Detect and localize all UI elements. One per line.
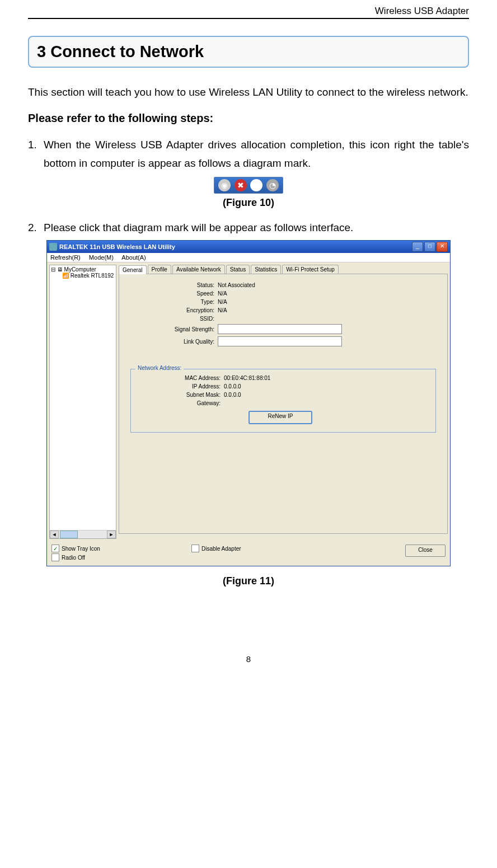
titlebar[interactable]: REALTEK 11n USB Wireless LAN Utility _ □… xyxy=(47,241,450,253)
gateway-label: Gateway: xyxy=(137,400,224,406)
ip-label: IP Address: xyxy=(137,383,224,390)
figure-10-caption: (Figure 10) xyxy=(28,197,469,209)
tree-adapter[interactable]: 📶 Realtek RTL8192 xyxy=(51,273,115,279)
status-value: Not Associated xyxy=(218,282,255,288)
tab-general[interactable]: General xyxy=(119,265,147,274)
speed-label: Speed: xyxy=(130,290,218,297)
section-title-box: 3 Connect to Network xyxy=(28,36,469,68)
close-window-button[interactable]: ✕ xyxy=(437,242,448,252)
encryption-label: Encryption: xyxy=(130,307,218,313)
tree-scrollbar[interactable]: ◄ ► xyxy=(50,530,116,538)
show-tray-label: Show Tray Icon xyxy=(62,546,100,552)
close-button[interactable]: Close xyxy=(405,545,446,557)
status-label: Status: xyxy=(130,282,218,288)
scroll-right-icon[interactable]: ► xyxy=(107,531,116,538)
network-address-legend: Network Address: xyxy=(135,365,184,371)
minimize-button[interactable]: _ xyxy=(412,242,423,252)
disable-adapter-label: Disable Adapter xyxy=(201,546,241,552)
window-title: REALTEK 11n USB Wireless LAN Utility xyxy=(59,243,411,250)
menu-refresh[interactable]: Refresh(R) xyxy=(50,254,81,261)
network-address-group: Network Address: MAC Address:00:E0:4C:81… xyxy=(130,369,436,433)
speed-value: N/A xyxy=(218,290,227,297)
renew-ip-button[interactable]: ReNew IP xyxy=(248,411,312,424)
menubar: Refresh(R) Mode(M) About(A) xyxy=(47,253,450,262)
figure-11-caption: (Figure 11) xyxy=(28,575,469,587)
tab-statistics[interactable]: Statistics xyxy=(251,265,281,274)
app-icon xyxy=(49,243,57,251)
utility-window: REALTEK 11n USB Wireless LAN Utility _ □… xyxy=(46,240,451,566)
signal-strength-bar xyxy=(218,324,342,334)
tray-icons-figure: ◉ ✖ ▮ ◔ xyxy=(214,177,283,194)
tab-available-network[interactable]: Available Network xyxy=(172,265,225,274)
mac-label: MAC Address: xyxy=(137,375,224,381)
bottom-bar: ✓Show Tray Icon Radio Off Disable Adapte… xyxy=(47,541,450,566)
steps-heading: Please refer to the following steps: xyxy=(28,112,469,125)
intro-paragraph: This section will teach you how to use W… xyxy=(28,83,469,101)
tab-profile[interactable]: Profile xyxy=(148,265,171,274)
signal-strength-label: Signal Strength: xyxy=(130,326,218,332)
device-tree[interactable]: ⊟ 🖥 MyComputer 📶 Realtek RTL8192 ◄ ► xyxy=(49,265,116,539)
ssid-label: SSID: xyxy=(130,316,218,322)
tab-wps[interactable]: Wi-Fi Protect Setup xyxy=(282,265,339,274)
mac-value: 00:E0:4C:81:88:01 xyxy=(224,375,270,381)
type-label: Type: xyxy=(130,299,218,305)
section-title: 3 Connect to Network xyxy=(37,43,460,61)
signal-bars-icon: ▮ xyxy=(250,179,262,191)
shield-x-icon: ✖ xyxy=(235,179,247,191)
tab-status[interactable]: Status xyxy=(226,265,250,274)
tab-content-general: Status:Not Associated Speed:N/A Type:N/A… xyxy=(119,274,448,534)
link-quality-bar xyxy=(218,336,342,346)
type-value: N/A xyxy=(218,299,227,305)
menu-about[interactable]: About(A) xyxy=(121,254,146,261)
tabstrip: General Profile Available Network Status… xyxy=(119,265,448,274)
link-quality-label: Link Quality: xyxy=(130,339,218,345)
radio-off-checkbox[interactable] xyxy=(51,553,59,561)
menu-mode[interactable]: Mode(M) xyxy=(89,254,114,261)
maximize-button[interactable]: □ xyxy=(424,242,435,252)
encryption-value: N/A xyxy=(218,307,227,313)
step-1: 1.When the Wireless USB Adapter drives a… xyxy=(28,136,469,172)
scroll-thumb[interactable] xyxy=(60,531,78,538)
volume-icon: ◔ xyxy=(266,179,279,191)
radio-off-label: Radio Off xyxy=(62,555,85,561)
network-icon: ◉ xyxy=(218,179,231,191)
step-2: 2.Please click that diagram mark will be… xyxy=(28,219,469,237)
ip-value: 0.0.0.0 xyxy=(224,383,241,390)
disable-adapter-checkbox[interactable] xyxy=(191,545,199,552)
tree-mycomputer[interactable]: ⊟ 🖥 MyComputer xyxy=(51,266,115,273)
page-number: 8 xyxy=(28,654,469,664)
show-tray-checkbox[interactable]: ✓ xyxy=(51,545,59,552)
header-document-title: Wireless USB Adapter xyxy=(28,6,469,19)
subnet-label: Subnet Mask: xyxy=(137,392,224,398)
subnet-value: 0.0.0.0 xyxy=(224,392,241,398)
scroll-left-icon[interactable]: ◄ xyxy=(50,531,59,538)
